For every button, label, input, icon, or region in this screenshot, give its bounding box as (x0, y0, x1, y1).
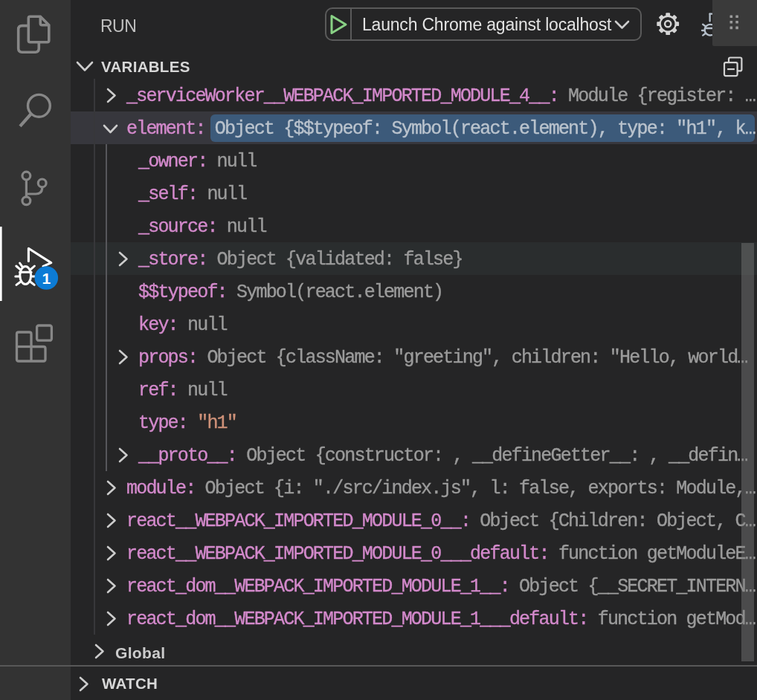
svg-text:1: 1 (42, 270, 51, 287)
